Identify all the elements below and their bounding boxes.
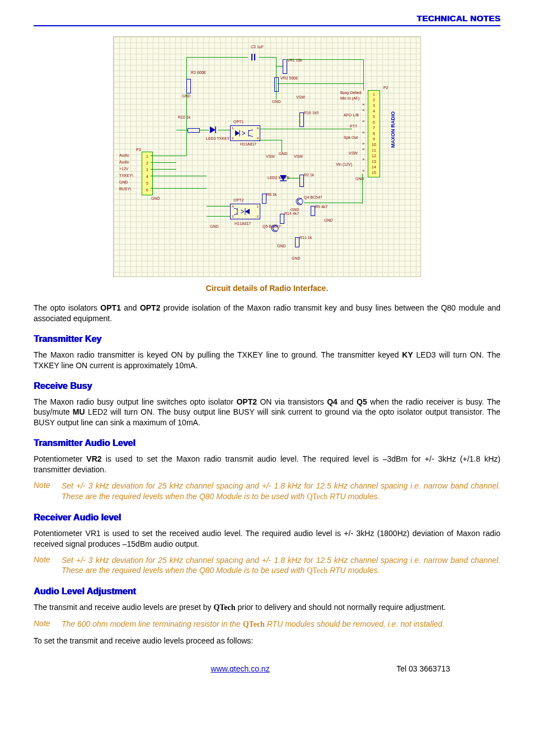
diagram-caption: Circuit details of Radio Interface. [34, 284, 500, 293]
r14-label: R14 4k7 [284, 212, 299, 215]
circuit-diagram: P3 123456 Audio Audio +12V TXKEY\ GND BU… [113, 36, 421, 277]
opt2-box: 1 2 4 3 [230, 204, 260, 219]
h11-1: H11A817 [240, 142, 256, 146]
led2-icon [279, 174, 288, 185]
vsw-b: VSW [294, 154, 303, 158]
gnd-r11a: GND [277, 244, 286, 248]
led3-icon [209, 125, 218, 137]
gnd-top: GND [272, 100, 281, 104]
p3-pin-6: BUSY\ [119, 187, 131, 191]
q4-label: Q4 BC547 [304, 195, 322, 199]
r9-label: R9 4k7 [315, 205, 327, 209]
svg-line-13 [234, 214, 237, 215]
tx-audio-heading: Transmitter Audio Level [34, 438, 500, 448]
p2-sig-14: Vin (12V) [336, 162, 352, 166]
r10-label: R10 1k [178, 115, 190, 119]
page-header: TECHNICAL NOTES [34, 13, 500, 26]
gnd-opt2: GND [210, 224, 219, 228]
led3-label: LED3 TXKEY [206, 137, 229, 140]
tx-key-body: The Maxon radio transmitter is keyed ON … [34, 350, 500, 371]
gnd-q4: GND [291, 208, 299, 212]
svg-line-12 [234, 208, 237, 209]
svg-marker-16 [245, 209, 250, 214]
svg-line-5 [242, 133, 245, 135]
p2-label: P2 [383, 86, 388, 90]
p3-label: P3 [136, 148, 141, 152]
vsw-a: VSW [266, 154, 275, 158]
c3-label: C3 1uF [251, 45, 264, 49]
svg-marker-0 [210, 126, 216, 133]
p3-pin-3: +12V [119, 167, 129, 171]
tx-audio-body: Potentiometer VR2 is used to set the Max… [34, 454, 500, 475]
vsw-top: VSW [296, 95, 305, 99]
svg-line-15 [241, 212, 244, 213]
r11-label: R11 1k [299, 236, 312, 240]
p2-sig-1: Busy Detect [340, 91, 362, 95]
h11-2: H11A817 [235, 222, 251, 226]
p2-sig-5: AFO L/B [344, 113, 359, 117]
p3-connector: 123456 [142, 152, 153, 195]
svg-marker-9 [280, 175, 287, 181]
opt2-label: OPT2 [233, 198, 243, 202]
tx-key-heading: Transmitter Key [34, 334, 500, 344]
svg-line-14 [241, 210, 244, 212]
svg-marker-2 [235, 130, 240, 136]
r3-label: R3 600E [191, 71, 206, 74]
opt1-label: OPT1 [233, 120, 243, 124]
rx-audio-body: Potentiometer VR1 is used to set the rec… [34, 528, 500, 550]
footer-url[interactable]: www.qtech.co.nz [84, 664, 396, 673]
adjust-heading: Audio Level Adjustment [34, 586, 500, 597]
maxon-radio-label: MAXON RADIO [390, 111, 396, 148]
adjust-p1: The transmit and receive audio levels ar… [34, 602, 500, 613]
p3-pin-5: GND [119, 180, 128, 184]
gnd-p3: GND [151, 196, 160, 200]
tx-audio-note: Note Set +/- 3 kHz deviation for 25 kHz … [34, 481, 500, 503]
adjust-p2: To set the transmit and receive audio le… [34, 636, 500, 646]
vr2-label: VR2 500E [280, 76, 298, 80]
r16-label: R16 1k5 [304, 111, 318, 115]
svg-line-4 [242, 132, 245, 133]
gnd-r9: GND [324, 218, 333, 222]
r8-label: R8 1k [266, 192, 277, 196]
rx-busy-heading: Receive Busy [34, 381, 500, 391]
gnd-opt1: GND [279, 152, 288, 156]
svg-line-7 [249, 130, 253, 131]
gnd-r3: GND [182, 94, 191, 98]
p2-sig-12: VSW [349, 151, 358, 155]
rx-audio-heading: Receiver Audio level [34, 513, 500, 523]
svg-line-8 [249, 135, 253, 137]
adjust-note: Note The 600 ohm modem line terminating … [34, 619, 500, 630]
p3-pin-1: Audio [119, 153, 129, 157]
gnd-r11b: GND [292, 256, 301, 260]
footer-tel: Tel 03 3663713 [396, 664, 450, 673]
rx-audio-note: Note Set +/- 3 kHz deviation for 25 kHz … [34, 555, 500, 577]
p2-connector: 1234 5678 9101112 131415 [368, 90, 380, 177]
r2-label: R2 1k [304, 173, 314, 177]
opt1-box: 1 2 4 3 [230, 125, 260, 141]
p2-sig-7: PTT [350, 124, 357, 128]
p2-sig-9: Spk Out [344, 135, 358, 139]
p3-pin-4: TXKEY\ [119, 173, 133, 177]
p3-pin-2: Audio [119, 160, 129, 164]
intro-paragraph: The opto isolators OPT1 and OPT2 provide… [34, 303, 500, 324]
page-footer: www.qtech.co.nz Tel 03 3663713 [34, 664, 500, 673]
gnd-p2: GND [355, 177, 364, 181]
rx-busy-body: The Maxon radio busy output line switche… [34, 397, 500, 429]
p2-sig-2: Mic In (AF) [340, 96, 359, 100]
